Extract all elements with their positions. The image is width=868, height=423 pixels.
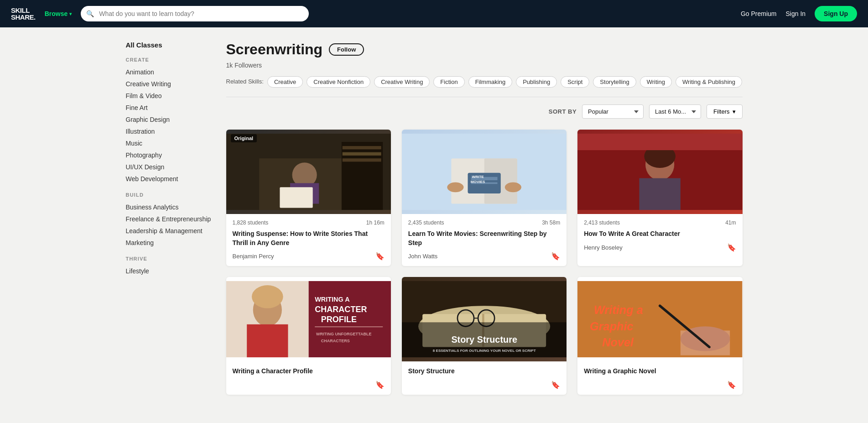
main-content: Screenwriting Follow 1k Followers Relate…	[226, 41, 743, 395]
skill-tags: Creative Creative Nonfiction Creative Wr…	[267, 76, 742, 88]
skill-tag-filmmaking[interactable]: Filmmaking	[468, 76, 512, 88]
course-footer-1: Benjamin Percy 🔖	[233, 252, 385, 261]
sidebar-item-film-video[interactable]: Film & Video	[126, 90, 217, 102]
sidebar-item-leadership[interactable]: Leadership & Management	[126, 225, 217, 237]
sidebar-item-fine-art[interactable]: Fine Art	[126, 102, 217, 114]
sidebar: All Classes CREATE Animation Creative Wr…	[126, 41, 226, 395]
skill-tag-script[interactable]: Script	[561, 76, 589, 88]
sidebar-item-marketing[interactable]: Marketing	[126, 237, 217, 249]
course-title-1: Writing Suspense: How to Write Stories T…	[233, 230, 385, 247]
followers-count: 1k Followers	[226, 62, 743, 69]
skill-tag-writing[interactable]: Writing	[640, 76, 672, 88]
course-info-2: 2,435 students 3h 58m Learn To Write Mov…	[402, 214, 567, 266]
course-title-2: Learn To Write Movies: Screenwriting Ste…	[408, 230, 560, 247]
svg-text:WRITE: WRITE	[472, 175, 484, 179]
bookmark-icon-4[interactable]: 🔖	[375, 381, 385, 389]
sidebar-item-animation[interactable]: Animation	[126, 66, 217, 78]
svg-rect-4	[342, 152, 381, 156]
sidebar-section-build: BUILD Business Analytics Freelance & Ent…	[126, 192, 217, 249]
svg-text:Story Structure: Story Structure	[451, 335, 517, 345]
date-select[interactable]: Last 6 Mo... Last Month All Time	[649, 104, 701, 119]
go-premium-button[interactable]: Go Premium	[741, 10, 777, 17]
course-footer-3: Henry Boseley 🔖	[584, 243, 736, 252]
course-card-5[interactable]: Story Structure 8 ESSENTIALS FOR OUTLINI…	[402, 277, 567, 395]
filters-label: Filters	[713, 108, 729, 115]
course-card-4[interactable]: WRITING A CHARACTER PROFILE WRITING UNFO…	[226, 277, 391, 395]
sidebar-item-illustration[interactable]: Illustration	[126, 125, 217, 137]
course-students-3: 2,413 students	[584, 219, 620, 226]
bookmark-icon-3[interactable]: 🔖	[727, 243, 736, 252]
course-card-2[interactable]: WRITE MOVIES 2,435 students 3h 58m Learn…	[402, 130, 567, 266]
course-card-3[interactable]: 2,413 students 41m How To Write A Great …	[577, 130, 742, 266]
course-info-3: 2,413 students 41m How To Write A Great …	[577, 214, 742, 257]
browse-button[interactable]: Browse ▾	[45, 10, 72, 17]
page-title: Screenwriting	[226, 41, 323, 58]
course-thumbnail-1: Original	[226, 130, 391, 214]
svg-text:Novel: Novel	[602, 336, 634, 349]
bookmark-icon-5[interactable]: 🔖	[551, 381, 560, 389]
header: SKILL SHARE. Browse ▾ 🔍 Go Premium Sign …	[0, 0, 868, 27]
course-title-5: Story Structure	[408, 367, 560, 376]
sidebar-item-music[interactable]: Music	[126, 137, 217, 149]
sidebar-item-lifestyle[interactable]: Lifestyle	[126, 265, 217, 277]
course-students-2: 2,435 students	[408, 219, 444, 226]
follow-button[interactable]: Follow	[329, 43, 364, 56]
sidebar-item-photography[interactable]: Photography	[126, 149, 217, 161]
bookmark-icon-1[interactable]: 🔖	[375, 252, 385, 261]
skill-tag-storytelling[interactable]: Storytelling	[593, 76, 636, 88]
skill-tag-publishing[interactable]: Publishing	[516, 76, 557, 88]
sidebar-item-business-analytics[interactable]: Business Analytics	[126, 201, 217, 213]
sidebar-item-creative-writing[interactable]: Creative Writing	[126, 78, 217, 90]
course-title-3: How To Write A Great Character	[584, 230, 736, 239]
svg-text:WRITING UNFORGETTABLE: WRITING UNFORGETTABLE	[316, 332, 371, 336]
svg-point-28	[252, 285, 283, 308]
sidebar-section-label-thrive: THRIVE	[126, 256, 217, 261]
course-meta-3: 2,413 students 41m	[584, 219, 736, 226]
course-author-1: Benjamin Percy	[233, 253, 274, 260]
svg-text:WRITING A: WRITING A	[315, 296, 350, 303]
svg-rect-3	[342, 146, 381, 149]
course-thumbnail-3	[577, 130, 742, 214]
course-info-5: Story Structure 🔖	[402, 361, 567, 395]
search-input[interactable]	[81, 6, 309, 21]
course-title-6: Writing a Graphic Novel	[584, 367, 736, 376]
filters-button[interactable]: Filters ▾	[707, 104, 742, 119]
sidebar-item-ui-ux[interactable]: UI/UX Design	[126, 161, 217, 173]
skill-tag-creative-nonfiction[interactable]: Creative Nonfiction	[307, 76, 370, 88]
course-info-4: Writing a Character Profile 🔖	[226, 361, 391, 395]
header-right: Go Premium Sign In Sign Up	[741, 6, 857, 21]
course-thumbnail-4: WRITING A CHARACTER PROFILE WRITING UNFO…	[226, 277, 391, 361]
sidebar-section-label-create: CREATE	[126, 57, 217, 63]
svg-rect-27	[247, 324, 288, 357]
svg-point-15	[447, 183, 463, 193]
course-footer-5: 🔖	[408, 381, 560, 389]
svg-rect-33	[315, 326, 383, 327]
skill-tag-creative-writing[interactable]: Creative Writing	[374, 76, 430, 88]
course-duration-3: 41m	[725, 219, 736, 226]
sidebar-all-classes[interactable]: All Classes	[126, 41, 217, 49]
svg-text:Writing a: Writing a	[594, 303, 643, 316]
skill-tag-fiction[interactable]: Fiction	[433, 76, 464, 88]
svg-text:Graphic: Graphic	[590, 320, 634, 333]
course-author-2: John Watts	[408, 253, 438, 260]
skill-tag-creative[interactable]: Creative	[267, 76, 303, 88]
search-icon: 🔍	[86, 10, 94, 17]
course-footer-2: John Watts 🔖	[408, 252, 560, 261]
svg-text:8 ESSENTIALS FOR OUTLINING YOU: 8 ESSENTIALS FOR OUTLINING YOUR NOVEL OR…	[433, 349, 536, 353]
course-card-6[interactable]: Writing a Graphic Novel Writing a Graphi…	[577, 277, 742, 395]
original-badge: Original	[231, 134, 257, 142]
bookmark-icon-2[interactable]: 🔖	[551, 252, 560, 261]
sign-in-button[interactable]: Sign In	[786, 10, 806, 17]
course-info-6: Writing a Graphic Novel 🔖	[577, 361, 742, 395]
course-duration-1: 1h 16m	[366, 219, 385, 226]
sign-up-button[interactable]: Sign Up	[815, 6, 857, 21]
sort-select[interactable]: Popular Newest Most Reviewed	[582, 104, 644, 119]
sidebar-item-graphic-design[interactable]: Graphic Design	[126, 114, 217, 125]
sidebar-section-label-build: BUILD	[126, 192, 217, 198]
course-card-1[interactable]: Original	[226, 130, 391, 266]
skill-tag-writing-publishing[interactable]: Writing & Publishing	[676, 76, 742, 88]
related-skills-label: Related Skills:	[226, 76, 264, 85]
sidebar-item-freelance[interactable]: Freelance & Entrepreneurship	[126, 213, 217, 225]
bookmark-icon-6[interactable]: 🔖	[727, 381, 736, 389]
sidebar-item-web-dev[interactable]: Web Development	[126, 173, 217, 185]
